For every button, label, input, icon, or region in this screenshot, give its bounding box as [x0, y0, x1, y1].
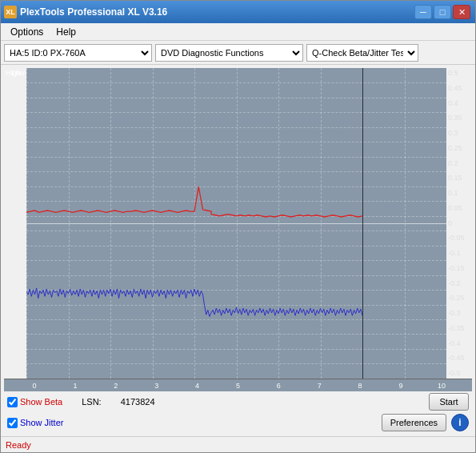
controls-row: Show Beta LSN: 4173824 Start — [4, 391, 472, 412]
lsn-label: LSN: — [82, 397, 101, 407]
app-icon: XL — [4, 6, 17, 18]
y-right-7: 0.15 — [448, 174, 470, 182]
y-right-5: 0.25 — [448, 145, 470, 152]
main-window: XL PlexTools Professional XL V3.16 ─ □ ✕… — [0, 0, 476, 453]
device-select[interactable]: HA:5 ID:0 PX-760A — [4, 44, 152, 62]
y-right-16: -0.3 — [448, 310, 470, 317]
info-button[interactable]: i — [451, 414, 469, 431]
title-bar-controls: ─ □ ✕ — [414, 5, 470, 19]
x-label-9: 9 — [393, 382, 409, 390]
y-axis-left: High Low — [4, 68, 26, 379]
menu-options[interactable]: Options — [4, 25, 50, 39]
y-right-18: -0.4 — [448, 340, 470, 347]
y-right-11: -0.05 — [448, 235, 470, 242]
toolbar: HA:5 ID:0 PX-760A DVD Diagnostic Functio… — [1, 41, 475, 65]
menu-help[interactable]: Help — [50, 25, 82, 39]
status-text: Ready — [6, 440, 31, 450]
x-axis-labels: 0 1 2 3 4 5 6 7 8 9 10 — [26, 382, 450, 390]
y-right-14: -0.2 — [448, 280, 470, 287]
x-label-2: 2 — [108, 382, 124, 390]
show-beta-label: Show Beta — [20, 397, 62, 407]
menu-bar: Options Help — [1, 23, 475, 41]
y-right-17: -0.35 — [448, 325, 470, 332]
x-label-6: 6 — [270, 382, 286, 390]
maximize-button[interactable]: □ — [434, 5, 451, 19]
x-label-10: 10 — [434, 382, 450, 390]
x-label-7: 7 — [311, 382, 327, 390]
window-title: PlexTools Professional XL V3.16 — [20, 6, 167, 18]
y-right-8: 0.1 — [448, 190, 470, 197]
minimize-button[interactable]: ─ — [414, 5, 432, 19]
y-right-20: -0.5 — [448, 370, 470, 377]
x-label-3: 3 — [149, 382, 165, 390]
chart-area — [26, 68, 446, 379]
main-content: High Low — [1, 65, 475, 436]
y-right-15: -0.25 — [448, 295, 470, 302]
status-bar: Ready — [1, 436, 475, 452]
x-axis: 0 1 2 3 4 5 6 7 8 9 10 — [4, 379, 472, 391]
x-label-0: 0 — [26, 382, 42, 390]
show-jitter-checkbox[interactable] — [7, 418, 18, 428]
bottom-row: Show Jitter Preferences i — [4, 412, 472, 433]
show-jitter-label: Show Jitter — [20, 418, 63, 427]
show-jitter-wrap: Show Jitter — [7, 418, 63, 428]
y-right-4: 0.3 — [448, 130, 470, 137]
y-right-10: 0 — [448, 220, 470, 227]
y-right-12: -0.1 — [448, 250, 470, 257]
close-button[interactable]: ✕ — [453, 5, 470, 19]
chart-svg — [26, 68, 446, 379]
y-axis-right: 0.5 0.45 0.4 0.35 0.3 0.25 0.2 0.15 0.1 … — [446, 68, 472, 379]
y-right-2: 0.4 — [448, 100, 470, 107]
y-right-1: 0.45 — [448, 85, 470, 92]
y-right-19: -0.45 — [448, 355, 470, 362]
show-beta-wrap: Show Beta — [7, 397, 62, 407]
function-select[interactable]: DVD Diagnostic Functions — [155, 44, 303, 62]
y-right-3: 0.35 — [448, 114, 470, 122]
y-right-0: 0.5 — [448, 70, 470, 77]
title-bar: XL PlexTools Professional XL V3.16 ─ □ ✕ — [1, 1, 475, 23]
x-label-8: 8 — [352, 382, 368, 390]
lsn-value: 4173824 — [121, 397, 155, 407]
preferences-button[interactable]: Preferences — [382, 414, 446, 431]
y-right-9: 0.05 — [448, 205, 470, 212]
x-label-1: 1 — [67, 382, 83, 390]
title-bar-left: XL PlexTools Professional XL V3.16 — [4, 6, 167, 18]
x-label-5: 5 — [230, 382, 246, 390]
start-button[interactable]: Start — [429, 393, 469, 411]
test-select[interactable]: Q-Check Beta/Jitter Test — [306, 44, 418, 62]
y-right-13: -0.15 — [448, 265, 470, 272]
y-right-6: 0.2 — [448, 160, 470, 167]
show-beta-checkbox[interactable] — [7, 397, 18, 407]
high-label: High — [6, 70, 21, 77]
x-label-4: 4 — [190, 382, 206, 390]
